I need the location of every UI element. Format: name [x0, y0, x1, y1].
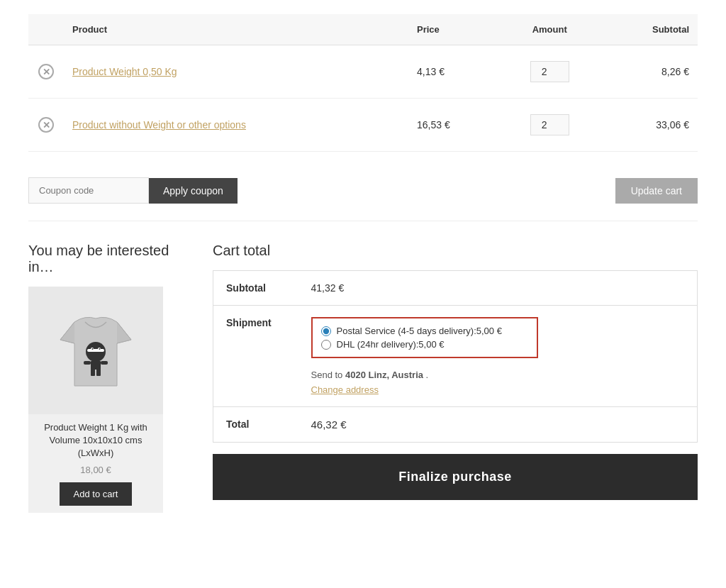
total-row: Total 46,32 € — [213, 407, 698, 443]
shipment-options-cell: Postal Service (4-5 days delivery):5,00 … — [298, 306, 698, 407]
send-to-suffix: . — [423, 370, 428, 380]
col-header-remove — [28, 14, 64, 45]
coupon-left: Apply coupon — [28, 177, 238, 204]
col-header-amount: Amount — [499, 14, 601, 45]
svg-rect-1 — [87, 349, 104, 352]
shipment-option-dhl: DHL (24hr delivery):5,00 € — [321, 339, 528, 350]
cart-table: Product Price Amount Subtotal ✕ Product … — [28, 14, 698, 152]
coupon-input[interactable] — [28, 177, 149, 204]
add-to-cart-button[interactable]: Add to cart — [60, 482, 133, 506]
remove-row2-button[interactable]: ✕ — [38, 117, 54, 133]
tshirt-icon — [53, 301, 138, 400]
interested-section: You may be interested in… — [28, 243, 184, 513]
svg-point-4 — [92, 348, 94, 350]
subtotal-row1: 8,26 € — [601, 45, 698, 99]
shipment-row: Shipment Postal Service (4-5 days delive… — [213, 306, 698, 407]
change-address-link[interactable]: Change address — [311, 384, 685, 395]
postal-radio[interactable] — [321, 326, 331, 336]
subtotal-value: 41,32 € — [298, 271, 698, 306]
svg-rect-10 — [96, 369, 101, 376]
col-header-product: Product — [64, 14, 408, 45]
apply-coupon-button[interactable]: Apply coupon — [149, 178, 238, 204]
svg-rect-7 — [84, 361, 91, 365]
cart-total-table: Subtotal 41,32 € Shipment Postal Service… — [213, 270, 698, 443]
send-to: Send to 4020 Linz, Austria . — [311, 370, 685, 380]
remove-row1-button[interactable]: ✕ — [38, 64, 54, 79]
shipment-option-postal: Postal Service (4-5 days delivery):5,00 … — [321, 326, 528, 336]
postal-label[interactable]: Postal Service (4-5 days delivery):5,00 … — [337, 326, 502, 336]
svg-rect-9 — [91, 369, 95, 376]
table-row: ✕ Product Weight 0,50 Kg 4,13 € 8,26 € — [28, 45, 698, 99]
product-card: Product Weight 1 Kg with Volume 10x10x10… — [28, 287, 163, 513]
cart-total-title: Cart total — [213, 243, 698, 259]
shipment-options: Postal Service (4-5 days delivery):5,00 … — [311, 317, 538, 358]
price-row2: 16,53 € — [408, 99, 499, 152]
table-row: ✕ Product without Weight or other option… — [28, 99, 698, 152]
product-card-price: 18,00 € — [34, 465, 157, 475]
product-card-info: Product Weight 1 Kg with Volume 10x10x10… — [28, 414, 163, 513]
dhl-label[interactable]: DHL (24hr delivery):5,00 € — [337, 339, 445, 350]
total-label: Total — [213, 407, 298, 443]
subtotal-row: Subtotal 41,32 € — [213, 271, 698, 306]
product-image — [28, 287, 163, 414]
update-cart-button[interactable]: Update cart — [615, 178, 698, 204]
product-card-name: Product Weight 1 Kg with Volume 10x10x10… — [34, 421, 157, 460]
col-header-price: Price — [408, 14, 499, 45]
finalize-purchase-button[interactable]: Finalize purchase — [213, 454, 698, 500]
coupon-row: Apply coupon Update cart — [28, 166, 698, 221]
svg-rect-6 — [91, 361, 101, 370]
svg-point-5 — [99, 348, 101, 350]
quantity-input-row2[interactable] — [530, 114, 569, 135]
cart-total-section: Cart total Subtotal 41,32 € Shipment Pos… — [213, 243, 698, 500]
total-value: 46,32 € — [298, 407, 698, 443]
shipment-label: Shipment — [213, 306, 298, 407]
interested-title: You may be interested in… — [28, 243, 184, 275]
subtotal-row2: 33,06 € — [601, 99, 698, 152]
product-link-row1[interactable]: Product Weight 0,50 Kg — [72, 66, 177, 77]
send-to-prefix: Send to — [311, 370, 345, 380]
bottom-section: You may be interested in… — [28, 243, 698, 513]
subtotal-label: Subtotal — [213, 271, 298, 306]
dhl-radio[interactable] — [321, 340, 331, 350]
product-link-row2[interactable]: Product without Weight or other options — [72, 119, 246, 131]
quantity-input-row1[interactable] — [530, 61, 569, 82]
svg-rect-8 — [101, 361, 108, 365]
send-to-address: 4020 Linz, Austria — [345, 370, 423, 380]
col-header-subtotal: Subtotal — [601, 14, 698, 45]
price-row1: 4,13 € — [408, 45, 499, 99]
